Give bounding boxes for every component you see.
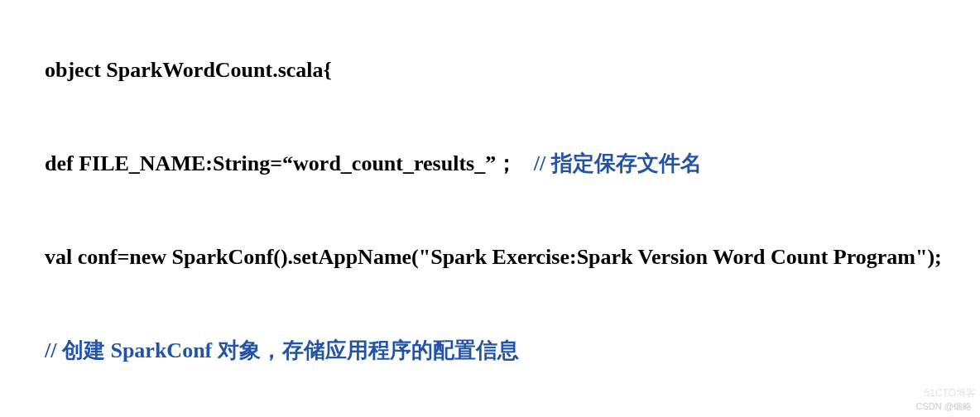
code-line-4: // 创建 SparkConf 对象，存储应用程序的配置信息 — [23, 304, 957, 397]
watermark-faint: 51CTO博客 — [925, 386, 976, 400]
code-line-2: def FILE_NAME:String=“word_count_results… — [23, 117, 957, 210]
code-text: def FILE_NAME:String=“word_count_results… — [45, 151, 517, 175]
blank-line — [23, 397, 957, 417]
code-block: object SparkWordCount.scala{ def FILE_NA… — [23, 23, 957, 417]
code-line-3: val conf=new SparkConf().setAppName("Spa… — [23, 210, 957, 304]
code-text: object SparkWordCount.scala{ — [45, 58, 332, 82]
code-line-1: object SparkWordCount.scala{ — [23, 23, 957, 117]
code-text: val conf=new SparkConf().setAppName("Spa… — [45, 245, 942, 269]
watermark-main: CSDN @锻略 — [916, 400, 972, 413]
code-comment: // 创建 SparkConf 对象，存储应用程序的配置信息 — [45, 338, 519, 362]
code-comment: // 指定保存文件名 — [517, 151, 701, 175]
